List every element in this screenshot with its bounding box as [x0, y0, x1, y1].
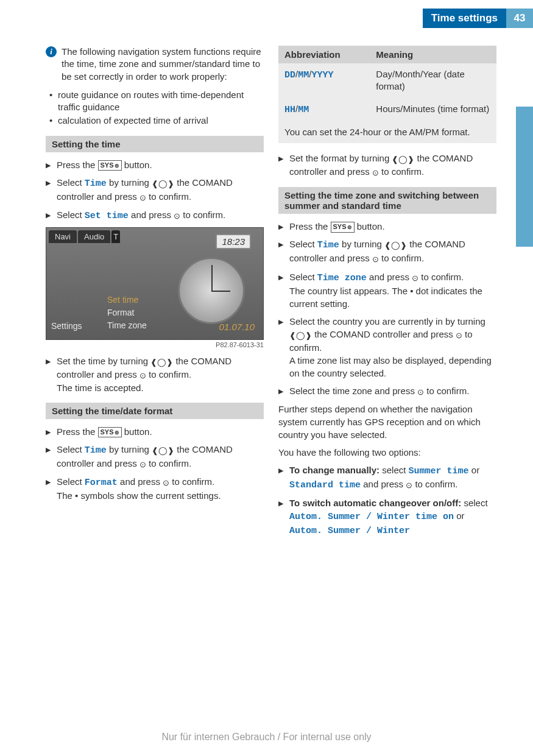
- step-marker-icon: ▶: [278, 220, 286, 233]
- ss-menu: Set time Format Time zone: [107, 294, 147, 332]
- press-controller-icon: ⊙: [412, 273, 418, 284]
- ss-menu-settime: Set time: [107, 294, 147, 306]
- info-note: i The following navigation system functi…: [46, 46, 264, 83]
- step: ▶ Select Time zone and press ⊙ to confir…: [278, 270, 496, 310]
- page-header: Time settings 43: [423, 9, 533, 28]
- sys-button-icon: SYS: [331, 222, 355, 232]
- info-icon: i: [46, 46, 57, 57]
- step-marker-icon: ▶: [46, 425, 53, 438]
- step-text: Select Time by turning ❰◯❱ the COMAND co…: [57, 176, 264, 203]
- left-column: i The following navigation system functi…: [46, 46, 264, 542]
- ss-settings-label: Settings: [51, 321, 82, 331]
- step: ▶ Set the format by turning ❰◯❱ the COMA…: [278, 152, 496, 178]
- cell-meaning: Hours/Minutes (time format): [370, 98, 496, 121]
- step: ▶ Press the SYS button.: [278, 220, 496, 233]
- step-marker-icon: ▶: [46, 158, 53, 171]
- header-title: Time settings: [423, 9, 506, 28]
- screenshot-caption: P82.87-6013-31: [46, 341, 264, 348]
- right-column: Abbreviation Meaning DD/MM/YYYY Day/Mont…: [278, 46, 496, 542]
- section-time-date-format: Setting the time/date format: [46, 403, 264, 419]
- press-controller-icon: ⊙: [372, 254, 379, 265]
- ui-term: Time: [317, 240, 339, 250]
- step-text: Select Set time and press ⊙ to confirm.: [57, 208, 264, 222]
- section-timezone-summer: Setting the time zone and switching betw…: [278, 187, 496, 214]
- th-meaning: Meaning: [370, 46, 496, 63]
- step-marker-icon: ▶: [278, 496, 286, 537]
- step-text: Press the SYS button.: [57, 425, 264, 438]
- step: ▶ Select Time by turning ❰◯❱ the COMAND …: [46, 176, 264, 203]
- list-item: calculation of expected time of arrival: [58, 115, 264, 127]
- step-marker-icon: ▶: [46, 176, 53, 203]
- ss-clock-digital: 18:23: [216, 234, 251, 249]
- ss-date: 01.07.10: [219, 322, 255, 332]
- table-footer-note: You can set the 24-hour or the AM/PM for…: [278, 121, 496, 143]
- ui-term: Autom. Summer / Winter: [289, 526, 410, 536]
- info-text: The following navigation system function…: [62, 46, 264, 83]
- step-text: Select the country you are currently in …: [289, 315, 496, 380]
- step: ▶ Press the SYS button.: [46, 158, 264, 171]
- page-content: i The following navigation system functi…: [46, 46, 496, 542]
- press-controller-icon: ⊙: [139, 370, 146, 381]
- press-controller-icon: ⊙: [139, 193, 146, 203]
- list-item: route guidance on routes with time-depen…: [58, 89, 264, 114]
- step: ▶ Select Time by turning ❰◯❱ the COMAND …: [278, 238, 496, 265]
- press-controller-icon: ⊙: [417, 387, 424, 398]
- step: ▶ Select the country you are currently i…: [278, 315, 496, 380]
- step-text: Press the SYS button.: [289, 220, 496, 233]
- step-marker-icon: ▶: [46, 443, 53, 470]
- step-text: Select Time zone and press ⊙ to confirm.…: [289, 270, 496, 310]
- step-text: Select Format and press ⊙ to confirm. Th…: [57, 475, 264, 502]
- step-marker-icon: ▶: [278, 152, 286, 178]
- step-marker-icon: ▶: [278, 464, 286, 492]
- ui-term: Autom. Summer / Winter time on: [289, 512, 454, 522]
- step: ▶ Set the time by turning ❰◯❱ the COMAND…: [46, 355, 264, 394]
- press-controller-icon: ⊙: [372, 168, 379, 178]
- rotate-controller-icon: ❰◯❱: [289, 330, 312, 341]
- ui-term: Time zone: [317, 273, 367, 283]
- ui-term: Set time: [85, 211, 129, 221]
- press-controller-icon: ⊙: [174, 211, 180, 222]
- step: ▶ Select Set time and press ⊙ to confirm…: [46, 208, 264, 222]
- rotate-controller-icon: ❰◯❱: [150, 357, 173, 368]
- step-marker-icon: ▶: [46, 475, 53, 502]
- step: ▶ Press the SYS button.: [46, 425, 264, 438]
- ui-term: Summer time: [409, 466, 469, 476]
- step-marker-icon: ▶: [46, 208, 53, 222]
- cell-abbrev: DD/MM/YYYY: [278, 63, 370, 98]
- step-text: To switch automatic changeover on/off: s…: [289, 496, 496, 537]
- step-text: Set the format by turning ❰◯❱ the COMAND…: [289, 152, 496, 178]
- paragraph: You have the following two options:: [278, 446, 496, 459]
- step-text: Select Time by turning ❰◯❱ the COMAND co…: [57, 443, 264, 470]
- ss-menu-format: Format: [107, 306, 147, 319]
- ui-term: Time: [85, 445, 107, 456]
- step-text: Press the SYS button.: [57, 158, 264, 171]
- ss-menu-timezone: Time zone: [107, 319, 147, 332]
- step-text: Select the time zone and press ⊙ to conf…: [289, 384, 496, 398]
- press-controller-icon: ⊙: [163, 478, 169, 489]
- step-text: Select Time by turning ❰◯❱ the COMAND co…: [289, 238, 496, 265]
- rotate-controller-icon: ❰◯❱: [392, 154, 414, 165]
- step: ▶ To switch automatic changeover on/off:…: [278, 496, 496, 537]
- cell-abbrev: HH/MM: [278, 98, 370, 121]
- step: ▶ Select the time zone and press ⊙ to co…: [278, 384, 496, 398]
- sys-button-icon: SYS: [98, 427, 122, 437]
- rotate-controller-icon: ❰◯❱: [152, 445, 174, 456]
- ss-tab-extra: T: [111, 230, 120, 243]
- step-marker-icon: ▶: [278, 315, 286, 380]
- paragraph: Further steps depend on whether the navi…: [278, 403, 496, 441]
- step: ▶ Select Format and press ⊙ to confirm. …: [46, 475, 264, 502]
- step-marker-icon: ▶: [46, 355, 53, 394]
- press-controller-icon: ⊙: [406, 480, 412, 491]
- rotate-controller-icon: ❰◯❱: [152, 178, 174, 189]
- page-number: 43: [506, 9, 533, 28]
- comand-screenshot: Navi Audio T 18:23 Set time Format Time …: [46, 227, 264, 340]
- rotate-controller-icon: ❰◯❱: [384, 240, 407, 251]
- abbreviation-table: Abbreviation Meaning DD/MM/YYYY Day/Mont…: [278, 46, 496, 121]
- ss-clock-analog: [178, 257, 245, 324]
- cell-meaning: Day/Month/Year (date format): [370, 63, 496, 98]
- ss-tab-navi: Navi: [49, 230, 77, 243]
- ui-term: Format: [85, 478, 118, 488]
- step-text: To change manually: select Summer time o…: [289, 464, 496, 492]
- sys-button-icon: SYS: [98, 160, 122, 171]
- step-text: Set the time by turning ❰◯❱ the COMAND c…: [57, 355, 264, 394]
